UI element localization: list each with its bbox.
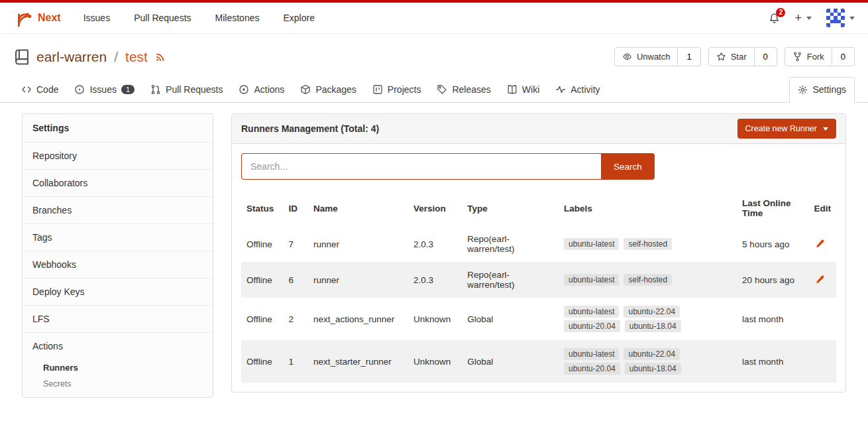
cell-last-online: 20 hours ago bbox=[737, 262, 808, 298]
repo-header: earl-warren / test Unwatch 1 bbox=[0, 34, 868, 69]
fork-icon bbox=[792, 52, 802, 62]
main-content: Settings Repository Collaborators Branch… bbox=[0, 103, 868, 411]
create-runner-button[interactable]: Create new Runner bbox=[737, 119, 836, 139]
search-input[interactable] bbox=[241, 153, 601, 180]
runner-label-chip: ubuntu-18.04 bbox=[625, 320, 681, 332]
nav-explore[interactable]: Explore bbox=[283, 13, 314, 23]
cell-labels: ubuntu-latest ubuntu-22.04 ubuntu-20.04 … bbox=[559, 298, 737, 340]
runner-label-chip: ubuntu-20.04 bbox=[564, 363, 620, 375]
sidebar-item-deploy-keys[interactable]: Deploy Keys bbox=[23, 278, 213, 305]
star-button[interactable]: Star bbox=[708, 47, 755, 66]
package-icon bbox=[300, 84, 311, 95]
cell-name: runner bbox=[308, 226, 408, 262]
sidebar-item-webhooks[interactable]: Webhooks bbox=[23, 251, 213, 278]
chevron-down-icon bbox=[849, 17, 855, 20]
col-header-name: Name bbox=[308, 190, 408, 226]
edit-runner-button[interactable] bbox=[814, 237, 826, 250]
runner-row: Offline 1 next_starter_runner Unknown Gl… bbox=[241, 340, 836, 383]
tag-icon bbox=[437, 84, 447, 95]
star-icon bbox=[716, 52, 726, 62]
tab-projects[interactable]: Projects bbox=[364, 78, 429, 102]
rss-feed-icon[interactable] bbox=[155, 51, 166, 62]
chevron-down-icon bbox=[806, 17, 812, 20]
sidebar-item-branches[interactable]: Branches bbox=[23, 196, 213, 223]
star-button-group: Star 0 bbox=[708, 47, 777, 66]
tab-actions[interactable]: Actions bbox=[231, 78, 292, 102]
search-button[interactable]: Search bbox=[601, 153, 655, 180]
col-header-labels: Labels bbox=[559, 190, 737, 226]
tab-activity-label: Activity bbox=[570, 84, 600, 95]
runner-label-chip: ubuntu-22.04 bbox=[624, 306, 680, 318]
pull-request-icon bbox=[150, 84, 161, 95]
tab-projects-label: Projects bbox=[388, 84, 421, 95]
cell-last-online: last month bbox=[737, 298, 808, 340]
stars-count[interactable]: 0 bbox=[755, 47, 777, 66]
eye-icon bbox=[622, 52, 632, 62]
repo-icon bbox=[13, 48, 30, 66]
pulse-icon bbox=[555, 84, 566, 95]
cell-id: 1 bbox=[284, 340, 308, 383]
sidebar-item-actions[interactable]: Actions bbox=[23, 332, 213, 359]
forks-count[interactable]: 0 bbox=[832, 47, 855, 66]
runner-label-chip: ubuntu-latest bbox=[564, 306, 619, 318]
user-menu-button[interactable] bbox=[826, 9, 855, 27]
chevron-down-icon bbox=[823, 127, 828, 131]
project-board-icon bbox=[372, 84, 383, 95]
tab-packages[interactable]: Packages bbox=[292, 78, 364, 102]
tab-issues[interactable]: Issues 1 bbox=[66, 78, 142, 102]
nav-pull-requests[interactable]: Pull Requests bbox=[134, 13, 191, 23]
tab-actions-label: Actions bbox=[254, 84, 284, 95]
runner-label-chip: ubuntu-latest bbox=[564, 274, 619, 286]
unwatch-button[interactable]: Unwatch bbox=[614, 47, 678, 66]
sidebar-item-repository[interactable]: Repository bbox=[23, 142, 213, 169]
runner-label-chip: ubuntu-18.04 bbox=[625, 363, 681, 375]
tab-wiki-label: Wiki bbox=[522, 84, 539, 95]
sidebar-item-lfs[interactable]: LFS bbox=[23, 305, 213, 332]
runner-label-chip: ubuntu-latest bbox=[564, 238, 619, 250]
tab-settings-label: Settings bbox=[812, 84, 846, 95]
navbar: Next Issues Pull Requests Milestones Exp… bbox=[0, 3, 868, 34]
cell-id: 7 bbox=[284, 226, 308, 262]
cell-id: 2 bbox=[284, 298, 308, 340]
tab-settings[interactable]: Settings bbox=[789, 77, 855, 103]
sidebar-subitem-secrets[interactable]: Secrets bbox=[23, 376, 213, 397]
nav-issues[interactable]: Issues bbox=[83, 13, 110, 23]
code-icon bbox=[21, 84, 32, 95]
cell-version: 2.0.3 bbox=[408, 226, 462, 262]
sidebar-item-tags[interactable]: Tags bbox=[23, 223, 213, 251]
cell-version: Unknown bbox=[408, 298, 462, 340]
sidebar-title: Settings bbox=[23, 114, 213, 142]
cell-labels: ubuntu-latest self-hosted bbox=[559, 262, 737, 298]
play-circle-icon bbox=[239, 84, 249, 95]
notifications-button[interactable]: 2 bbox=[769, 13, 780, 24]
fork-button[interactable]: Fork bbox=[785, 47, 832, 66]
watch-button-group: Unwatch 1 bbox=[614, 47, 701, 66]
avatar bbox=[826, 9, 845, 27]
sidebar-subitem-runners[interactable]: Runners bbox=[23, 359, 213, 376]
brand-home-link[interactable]: Next bbox=[13, 9, 61, 28]
sidebar-item-collaborators[interactable]: Collaborators bbox=[23, 169, 213, 196]
watchers-count[interactable]: 1 bbox=[678, 47, 700, 66]
nav-milestones[interactable]: Milestones bbox=[215, 13, 260, 23]
cell-last-online: last month bbox=[737, 340, 808, 383]
tab-pull-requests[interactable]: Pull Requests bbox=[142, 78, 231, 102]
cell-type: Global bbox=[462, 298, 559, 340]
repo-name-link[interactable]: test bbox=[125, 49, 148, 65]
navbar-right: 2 + bbox=[769, 9, 855, 27]
tab-wiki[interactable]: Wiki bbox=[499, 78, 547, 102]
cell-type: Repo(earl-warren/test) bbox=[462, 226, 559, 262]
create-menu-button[interactable]: + bbox=[794, 11, 812, 25]
col-header-last-online: Last Online Time bbox=[737, 190, 808, 226]
tab-code[interactable]: Code bbox=[13, 78, 66, 102]
cell-name: next_actions_runner bbox=[308, 298, 408, 340]
runner-row: Offline 6 runner 2.0.3 Repo(earl-warren/… bbox=[241, 262, 836, 298]
cell-version: 2.0.3 bbox=[408, 262, 462, 298]
tab-releases[interactable]: Releases bbox=[429, 78, 498, 102]
fork-button-group: Fork 0 bbox=[785, 47, 855, 66]
runners-table: Status ID Name Version Type Labels Last … bbox=[241, 190, 836, 383]
cell-labels: ubuntu-latest self-hosted bbox=[559, 226, 737, 262]
tab-activity[interactable]: Activity bbox=[547, 78, 608, 102]
edit-runner-button[interactable] bbox=[814, 273, 826, 286]
repo-owner-link[interactable]: earl-warren bbox=[36, 49, 107, 65]
repo-title: earl-warren / test bbox=[13, 48, 166, 66]
